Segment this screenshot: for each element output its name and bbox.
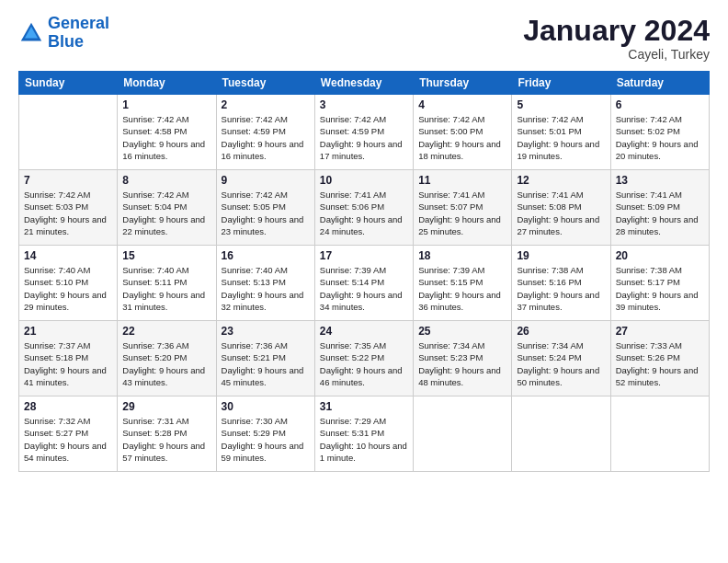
day-info: Sunrise: 7:41 AMSunset: 5:07 PMDaylight:… — [418, 189, 506, 237]
calendar-cell: 21Sunrise: 7:37 AMSunset: 5:18 PMDayligh… — [19, 321, 118, 396]
day-info: Sunrise: 7:41 AMSunset: 5:08 PMDaylight:… — [517, 189, 605, 237]
calendar-cell: 29Sunrise: 7:31 AMSunset: 5:28 PMDayligh… — [118, 396, 216, 472]
logo-text: General Blue — [48, 15, 109, 52]
day-number: 24 — [320, 325, 408, 338]
calendar-cell: 28Sunrise: 7:32 AMSunset: 5:27 PMDayligh… — [19, 396, 118, 472]
day-number: 20 — [616, 249, 704, 262]
calendar-week-row: 1Sunrise: 7:42 AMSunset: 4:58 PMDaylight… — [19, 95, 710, 170]
calendar-week-row: 7Sunrise: 7:42 AMSunset: 5:03 PMDaylight… — [19, 170, 710, 246]
col-thursday: Thursday — [414, 72, 512, 95]
day-number: 1 — [122, 98, 210, 111]
calendar-week-row: 28Sunrise: 7:32 AMSunset: 5:27 PMDayligh… — [19, 396, 710, 472]
day-info: Sunrise: 7:42 AMSunset: 4:59 PMDaylight:… — [320, 113, 408, 162]
day-number: 10 — [320, 174, 408, 187]
day-number: 15 — [122, 249, 210, 262]
calendar-cell: 13Sunrise: 7:41 AMSunset: 5:09 PMDayligh… — [610, 170, 709, 246]
day-number: 13 — [616, 174, 704, 187]
page-header: General Blue January 2024 Cayeli, Turkey — [18, 15, 710, 62]
day-info: Sunrise: 7:36 AMSunset: 5:20 PMDaylight:… — [122, 339, 210, 388]
calendar-cell: 5Sunrise: 7:42 AMSunset: 5:01 PMDaylight… — [512, 95, 610, 170]
calendar-cell: 16Sunrise: 7:40 AMSunset: 5:13 PMDayligh… — [216, 246, 314, 321]
logo: General Blue — [18, 15, 109, 52]
day-number: 12 — [517, 174, 605, 187]
col-tuesday: Tuesday — [216, 72, 314, 95]
col-saturday: Saturday — [610, 72, 709, 95]
calendar-cell: 27Sunrise: 7:33 AMSunset: 5:26 PMDayligh… — [610, 321, 709, 396]
calendar-cell — [19, 95, 118, 170]
day-number: 14 — [24, 249, 112, 262]
day-number: 2 — [222, 98, 310, 111]
calendar-cell — [512, 396, 610, 472]
col-sunday: Sunday — [19, 72, 118, 95]
calendar-cell: 8Sunrise: 7:42 AMSunset: 5:04 PMDaylight… — [118, 170, 216, 246]
calendar-cell: 10Sunrise: 7:41 AMSunset: 5:06 PMDayligh… — [314, 170, 413, 246]
day-number: 5 — [517, 98, 605, 111]
day-info: Sunrise: 7:34 AMSunset: 5:23 PMDaylight:… — [418, 339, 506, 388]
day-info: Sunrise: 7:35 AMSunset: 5:22 PMDaylight:… — [320, 339, 408, 388]
day-info: Sunrise: 7:42 AMSunset: 4:59 PMDaylight:… — [222, 113, 310, 162]
day-number: 18 — [418, 249, 506, 262]
day-info: Sunrise: 7:32 AMSunset: 5:27 PMDaylight:… — [24, 415, 112, 464]
day-info: Sunrise: 7:42 AMSunset: 5:01 PMDaylight:… — [517, 113, 605, 162]
col-monday: Monday — [118, 72, 216, 95]
calendar-week-row: 14Sunrise: 7:40 AMSunset: 5:10 PMDayligh… — [19, 246, 710, 321]
calendar-cell: 22Sunrise: 7:36 AMSunset: 5:20 PMDayligh… — [118, 321, 216, 396]
calendar-table: Sunday Monday Tuesday Wednesday Thursday… — [18, 71, 710, 472]
day-info: Sunrise: 7:30 AMSunset: 5:29 PMDaylight:… — [222, 415, 310, 464]
day-info: Sunrise: 7:39 AMSunset: 5:14 PMDaylight:… — [320, 264, 408, 313]
day-info: Sunrise: 7:42 AMSunset: 4:58 PMDaylight:… — [122, 113, 210, 162]
calendar-cell: 23Sunrise: 7:36 AMSunset: 5:21 PMDayligh… — [216, 321, 314, 396]
day-number: 26 — [517, 325, 605, 338]
day-info: Sunrise: 7:42 AMSunset: 5:05 PMDaylight:… — [222, 189, 310, 237]
calendar-header-row: Sunday Monday Tuesday Wednesday Thursday… — [19, 72, 710, 95]
day-number: 28 — [24, 400, 112, 413]
day-number: 31 — [320, 400, 408, 413]
day-info: Sunrise: 7:39 AMSunset: 5:15 PMDaylight:… — [418, 264, 506, 313]
day-number: 27 — [616, 325, 704, 338]
calendar-cell: 4Sunrise: 7:42 AMSunset: 5:00 PMDaylight… — [414, 95, 512, 170]
day-number: 3 — [320, 98, 408, 111]
day-info: Sunrise: 7:36 AMSunset: 5:21 PMDaylight:… — [222, 339, 310, 388]
day-number: 19 — [517, 249, 605, 262]
day-info: Sunrise: 7:42 AMSunset: 5:03 PMDaylight:… — [24, 189, 112, 237]
calendar-cell: 19Sunrise: 7:38 AMSunset: 5:16 PMDayligh… — [512, 246, 610, 321]
calendar-cell: 9Sunrise: 7:42 AMSunset: 5:05 PMDaylight… — [216, 170, 314, 246]
day-number: 23 — [222, 325, 310, 338]
day-number: 25 — [418, 325, 506, 338]
calendar-cell: 26Sunrise: 7:34 AMSunset: 5:24 PMDayligh… — [512, 321, 610, 396]
col-friday: Friday — [512, 72, 610, 95]
day-info: Sunrise: 7:38 AMSunset: 5:16 PMDaylight:… — [517, 264, 605, 313]
logo-icon — [18, 20, 44, 46]
day-info: Sunrise: 7:37 AMSunset: 5:18 PMDaylight:… — [24, 339, 112, 388]
day-info: Sunrise: 7:42 AMSunset: 5:04 PMDaylight:… — [122, 189, 210, 237]
calendar-cell: 11Sunrise: 7:41 AMSunset: 5:07 PMDayligh… — [414, 170, 512, 246]
day-info: Sunrise: 7:41 AMSunset: 5:09 PMDaylight:… — [616, 189, 704, 237]
day-number: 9 — [222, 174, 310, 187]
calendar-cell — [610, 396, 709, 472]
calendar-cell: 30Sunrise: 7:30 AMSunset: 5:29 PMDayligh… — [216, 396, 314, 472]
calendar-week-row: 21Sunrise: 7:37 AMSunset: 5:18 PMDayligh… — [19, 321, 710, 396]
month-title: January 2024 — [523, 15, 710, 47]
day-info: Sunrise: 7:31 AMSunset: 5:28 PMDaylight:… — [122, 415, 210, 464]
day-info: Sunrise: 7:38 AMSunset: 5:17 PMDaylight:… — [616, 264, 704, 313]
calendar-cell: 12Sunrise: 7:41 AMSunset: 5:08 PMDayligh… — [512, 170, 610, 246]
calendar-cell: 25Sunrise: 7:34 AMSunset: 5:23 PMDayligh… — [414, 321, 512, 396]
day-info: Sunrise: 7:41 AMSunset: 5:06 PMDaylight:… — [320, 189, 408, 237]
calendar-cell: 15Sunrise: 7:40 AMSunset: 5:11 PMDayligh… — [118, 246, 216, 321]
calendar-cell: 6Sunrise: 7:42 AMSunset: 5:02 PMDaylight… — [610, 95, 709, 170]
day-info: Sunrise: 7:33 AMSunset: 5:26 PMDaylight:… — [616, 339, 704, 388]
day-number: 22 — [122, 325, 210, 338]
day-number: 29 — [122, 400, 210, 413]
calendar-body: 1Sunrise: 7:42 AMSunset: 4:58 PMDaylight… — [19, 95, 710, 472]
day-info: Sunrise: 7:42 AMSunset: 5:00 PMDaylight:… — [418, 113, 506, 162]
day-number: 17 — [320, 249, 408, 262]
calendar-cell — [414, 396, 512, 472]
day-number: 6 — [616, 98, 704, 111]
col-wednesday: Wednesday — [314, 72, 413, 95]
page-container: General Blue January 2024 Cayeli, Turkey… — [0, 0, 728, 481]
location-subtitle: Cayeli, Turkey — [523, 47, 710, 62]
day-number: 7 — [24, 174, 112, 187]
day-info: Sunrise: 7:40 AMSunset: 5:10 PMDaylight:… — [24, 264, 112, 313]
calendar-cell: 7Sunrise: 7:42 AMSunset: 5:03 PMDaylight… — [19, 170, 118, 246]
calendar-cell: 2Sunrise: 7:42 AMSunset: 4:59 PMDaylight… — [216, 95, 314, 170]
